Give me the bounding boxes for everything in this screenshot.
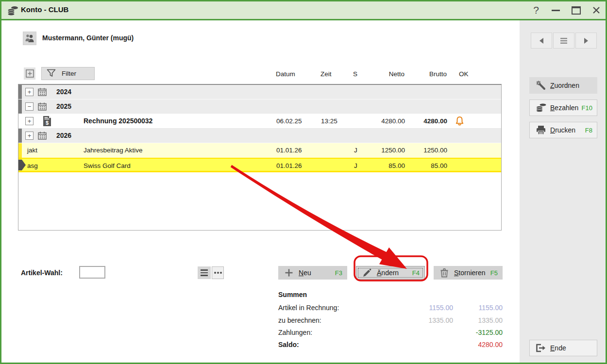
sum-value-zahlungen: -3125.00 (454, 329, 503, 336)
pencil-icon (361, 268, 373, 278)
sum-label-zu-berechnen: zu berechnen: (278, 316, 321, 324)
nav-next-button[interactable] (575, 33, 597, 49)
table-row-year-2026[interactable]: + 2026 (18, 129, 501, 143)
close-icon (592, 6, 601, 15)
year-label: 2026 (56, 132, 71, 139)
article-list-button[interactable] (198, 266, 211, 279)
maximize-icon (572, 6, 581, 15)
cell-netto: 1250.00 (366, 147, 405, 154)
selection-cursor-icon (18, 160, 26, 172)
drucken-button[interactable]: Drucken F8 (529, 122, 597, 138)
exit-icon (535, 343, 547, 353)
minimize-button[interactable] (549, 4, 562, 17)
drucken-fkey: F8 (585, 127, 592, 134)
filter-icon (47, 69, 56, 79)
row-marker (18, 129, 22, 143)
neu-fkey: F3 (335, 269, 342, 277)
invoice-icon: $ (43, 116, 51, 128)
year-label: 2025 (56, 102, 71, 110)
bezahlen-fkey: F10 (582, 104, 592, 112)
cell-s: J (354, 162, 357, 169)
calendar-icon (38, 88, 47, 98)
ende-label: Ende (550, 344, 566, 352)
calendar-icon (38, 102, 47, 112)
table-row-asg-selected[interactable]: asg Swiss Golf Card 01.01.26 J 85.00 85.… (18, 158, 501, 172)
coins-icon (535, 102, 547, 113)
bezahlen-button[interactable]: Bezahlen F10 (529, 99, 597, 116)
artikel-wahl-input[interactable] (79, 266, 105, 279)
table-row-year-2024[interactable]: + 2024 (18, 85, 501, 99)
cell-brutto: 4280.00 (408, 117, 447, 125)
neu-button[interactable]: Neu F3 (278, 266, 347, 280)
row-marker (18, 85, 22, 99)
help-button[interactable]: ? (530, 4, 542, 17)
column-header-netto[interactable]: Netto (366, 70, 405, 78)
nav-menu-button[interactable] (553, 33, 574, 49)
column-header-s[interactable]: S (353, 70, 357, 78)
filter-button[interactable]: Filter (41, 67, 95, 80)
expand-icon[interactable]: + (25, 117, 34, 125)
zuordnen-button[interactable]: Zuordnen (529, 77, 597, 94)
aendern-fkey: F4 (412, 269, 420, 277)
column-header-zeit[interactable]: Zeit (320, 70, 332, 78)
plus-square-icon (26, 69, 34, 78)
aendern-button[interactable]: Ändern F4 (356, 266, 425, 280)
article-browse-button[interactable] (212, 266, 224, 279)
expand-icon[interactable]: + (25, 88, 34, 96)
maximize-button[interactable] (570, 4, 582, 17)
sum-label-artikel-in-rechnung: Artikel in Rechnung: (278, 304, 339, 312)
cell-code: asg (27, 162, 38, 169)
expand-all-button[interactable] (24, 67, 35, 80)
artikel-wahl-label: Artikel-Wahl: (21, 269, 63, 277)
column-header-datum[interactable]: Datum (276, 70, 295, 78)
person-icon (23, 32, 36, 45)
table-row-year-2025[interactable]: − 2025 (18, 99, 501, 114)
year-label: 2024 (56, 88, 71, 96)
filter-label: Filter (62, 70, 76, 77)
ende-button[interactable]: Ende (529, 340, 597, 356)
summen-title: Summen (278, 291, 307, 298)
konto-window: Konto - CLUB ? (0, 0, 607, 364)
cell-code: jakt (27, 147, 37, 154)
reminder-bell-icon (455, 116, 464, 128)
nav-previous-button[interactable] (531, 33, 552, 49)
cell-datum: 01.01.26 (276, 147, 302, 154)
table-row-invoice[interactable]: + $ Rechnung 202500032 06.02.25 13:25 42… (18, 114, 501, 129)
magic-wand-icon (535, 80, 547, 91)
drucken-label: Drucken (550, 126, 575, 134)
bezahlen-label: Bezahlen (550, 104, 578, 112)
sum-label-zahlungen: Zahlungen: (278, 329, 312, 336)
collapse-icon[interactable]: − (25, 102, 34, 111)
sum-value: 1155.00 (454, 304, 503, 312)
cell-netto: 85.00 (366, 162, 405, 169)
close-button[interactable] (590, 4, 603, 17)
sum-value: 1335.00 (454, 316, 503, 324)
sum-value: 1155.00 (405, 304, 453, 312)
cell-datum: 06.02.25 (276, 117, 302, 125)
sum-value: 1335.00 (405, 316, 453, 324)
row-marker (18, 99, 22, 114)
row-marker (18, 143, 22, 158)
menu-icon (560, 37, 568, 44)
column-header-brutto[interactable]: Brutto (408, 70, 447, 78)
column-header-ok[interactable]: OK (459, 70, 469, 78)
expand-icon[interactable]: + (25, 132, 34, 140)
sidebar: Zuordnen Bezahlen F10 (520, 20, 606, 363)
table-row-jakt[interactable]: jakt Jahresbeitrag Aktive 01.01.26 J 125… (18, 143, 501, 158)
svg-text:$: $ (46, 120, 49, 126)
invoice-label: Rechnung 202500032 (84, 117, 152, 125)
cell-datum: 01.01.26 (276, 162, 302, 169)
title-bar: Konto - CLUB ? (1, 1, 606, 20)
account-table: + 2024 − 2025 + $ (18, 84, 502, 231)
person-name: Mustermann, Günter (mugü) (42, 34, 134, 42)
neu-label: Neu (299, 269, 311, 277)
arrow-right-icon (583, 37, 589, 44)
cell-s: J (354, 147, 357, 154)
sum-value-saldo: 4280.00 (454, 341, 503, 348)
plus-icon (283, 268, 295, 277)
coins-logo-icon (6, 4, 19, 17)
stornieren-label: Stornieren (454, 269, 486, 277)
calendar-icon (38, 132, 47, 141)
printer-icon (535, 125, 547, 135)
stornieren-button[interactable]: Stornieren F5 (434, 266, 503, 280)
